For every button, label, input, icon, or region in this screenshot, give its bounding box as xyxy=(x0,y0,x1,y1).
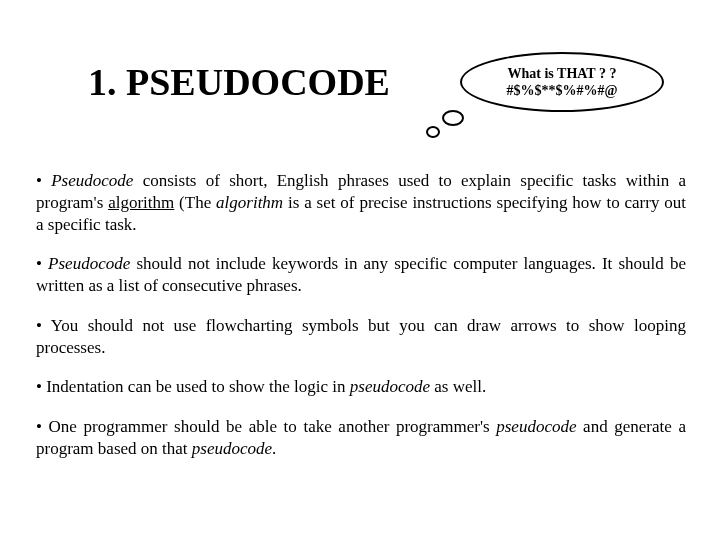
bubble-line-1: What is THAT ? ? xyxy=(508,65,617,83)
bullet-4-text-b: as well. xyxy=(430,377,486,396)
bullet-5: • One programmer should be able to take … xyxy=(36,416,686,460)
thought-bubble-dot-2 xyxy=(426,126,440,138)
term-algorithm-italic: algorithm xyxy=(216,193,283,212)
term-pseudocode: Pseudocode xyxy=(48,254,130,273)
slide-body: • Pseudocode consists of short, English … xyxy=(36,170,686,478)
bullet-1-text-b: (The xyxy=(174,193,216,212)
bubble-line-2: #$%$**$%#%#@ xyxy=(506,82,617,100)
bullet-3-text: You should not use flowcharting symbols … xyxy=(36,316,686,357)
bullet-4-text-a: Indentation can be used to show the logi… xyxy=(46,377,350,396)
term-pseudocode: Pseudocode xyxy=(51,171,133,190)
bullet-4: • Indentation can be used to show the lo… xyxy=(36,376,686,398)
term-algorithm-underlined: algorithm xyxy=(108,193,174,212)
thought-bubble-dot-1 xyxy=(442,110,464,126)
bullet-5-text-a: One programmer should be able to take an… xyxy=(49,417,497,436)
term-pseudocode: pseudocode xyxy=(496,417,576,436)
bullet-2: • Pseudocode should not include keywords… xyxy=(36,253,686,297)
thought-bubble-main: What is THAT ? ? #$%$**$%#%#@ xyxy=(460,52,664,112)
term-pseudocode: pseudocode xyxy=(192,439,272,458)
bullet-5-text-c: . xyxy=(272,439,276,458)
bullet-2-text: should not include keywords in any speci… xyxy=(36,254,686,295)
slide-title-area: 1. PSEUDOCODE xyxy=(88,60,390,104)
thought-bubble: What is THAT ? ? #$%$**$%#%#@ xyxy=(460,52,660,112)
bullet-1: • Pseudocode consists of short, English … xyxy=(36,170,686,235)
bullet-3: • You should not use flowcharting symbol… xyxy=(36,315,686,359)
slide-title: 1. PSEUDOCODE xyxy=(88,60,390,104)
term-pseudocode: pseudocode xyxy=(350,377,430,396)
